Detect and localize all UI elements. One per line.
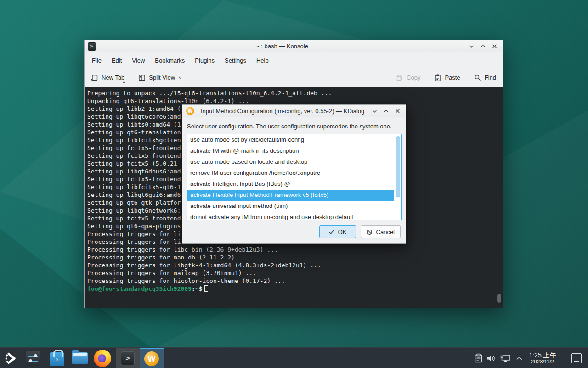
paste-icon [434, 74, 441, 81]
list-option[interactable]: use auto mode based on locale and deskto… [187, 156, 394, 167]
menu-item[interactable]: Settings [220, 55, 251, 66]
konsole-app-icon: > [88, 42, 96, 51]
shell-prompt: foo@foo-standardpcq35ich92009:~$ [87, 285, 503, 293]
split-view-button[interactable]: Split View [138, 74, 182, 81]
sliders-icon [26, 351, 40, 366]
list-option[interactable]: activate universal input method (uim) [187, 201, 394, 212]
show-desktop-button[interactable] [570, 348, 583, 368]
kdialog-task-button-active[interactable]: W [140, 348, 164, 368]
minimize-button[interactable] [468, 43, 475, 50]
konsole-task-button[interactable]: > [116, 348, 140, 368]
dialog-message: Select user configuration. The user conf… [187, 123, 392, 130]
discover-bag-icon: › [50, 352, 64, 366]
application-launcher-button[interactable] [3, 348, 19, 368]
cancel-button[interactable]: Cancel [361, 225, 401, 238]
menu-item[interactable]: View [127, 55, 150, 66]
chevron-up-icon [516, 356, 523, 361]
wired-network-icon [500, 353, 511, 363]
kdialog-app-icon: W [186, 107, 194, 115]
list-option[interactable]: activate Intelligent Input Bus (IBus) @ [187, 178, 394, 190]
paste-button[interactable]: Paste [434, 74, 460, 81]
firefox-icon [94, 350, 111, 367]
check-icon [328, 229, 334, 235]
file-manager-launcher[interactable] [71, 348, 89, 368]
ok-button[interactable]: OK [319, 225, 356, 238]
cancel-icon [367, 229, 373, 235]
new-tab-button[interactable]: New Tab [91, 74, 124, 81]
terminal-line: Processing triggers for hicolor-icon-the… [87, 277, 503, 285]
konsole-menubar: FileEditViewBookmarksPluginsSettingsHelp [85, 52, 503, 68]
digital-clock[interactable]: 1:25 上午 2023/11/2 [524, 348, 561, 368]
speaker-icon [486, 354, 496, 363]
kde-launcher-icon [4, 351, 18, 365]
clipboard-icon [474, 353, 483, 363]
menu-item[interactable]: Help [251, 55, 274, 66]
find-button[interactable]: Find [474, 74, 496, 81]
dialog-minimize-button[interactable] [371, 108, 378, 114]
close-button[interactable] [491, 43, 498, 50]
system-settings-launcher[interactable] [25, 348, 41, 368]
menu-item[interactable]: File [87, 55, 107, 66]
network-tray-button[interactable] [499, 348, 511, 368]
list-option[interactable]: activate IM with @-mark in its descripti… [187, 145, 394, 156]
find-icon [474, 74, 481, 81]
list-option[interactable]: remove IM user configuration /home/foo/.… [187, 167, 394, 178]
folder-icon [72, 352, 88, 364]
terminal-line: Processing triggers for libc-bin (2.36-9… [87, 246, 503, 253]
listbox-scrollbar[interactable] [396, 136, 400, 197]
maximize-button[interactable] [480, 43, 486, 50]
discover-launcher[interactable]: › [48, 348, 66, 368]
kdialog-window-title: Input Method Configuration (im-config, v… [201, 108, 364, 115]
dialog-close-button[interactable] [394, 108, 401, 114]
terminal-cursor [204, 285, 208, 292]
split-view-dropdown-icon [178, 75, 182, 80]
firefox-launcher[interactable] [92, 348, 113, 368]
show-desktop-icon [571, 353, 582, 363]
kdialog-titlebar[interactable]: W Input Method Configuration (im-config,… [182, 105, 406, 117]
volume-tray-button[interactable] [485, 348, 497, 368]
terminal-line: Preparing to unpack .../15-qt6-translati… [87, 89, 503, 97]
konsole-window-title: ~ : bash — Konsole [103, 43, 461, 50]
menu-item[interactable]: Bookmarks [150, 55, 190, 66]
menu-item[interactable]: Edit [107, 55, 127, 66]
terminal-line: Unpacking qt6-translations-l10n (6.4.2-1… [87, 97, 503, 105]
configuration-listbox: use auto mode set by /etc/default/im-con… [187, 134, 402, 220]
terminal-line: Processing triggers for mailcap (3.70+nm… [87, 269, 503, 277]
list-option[interactable]: do not activate any IM from im-config an… [187, 212, 394, 220]
kdialog-task-icon: W [144, 351, 159, 366]
dialog-maximize-button[interactable] [383, 108, 389, 114]
taskbar: › > W [0, 347, 588, 368]
konsole-toolbar: New Tab Split View Copy [85, 68, 503, 87]
split-view-icon [138, 74, 146, 81]
list-option[interactable]: use auto mode set by /etc/default/im-con… [187, 134, 394, 145]
copy-icon [396, 74, 403, 81]
prompt-path: ~ [195, 285, 199, 292]
kdialog-window: W Input Method Configuration (im-config,… [182, 104, 406, 244]
clock-date: 2023/11/2 [531, 359, 554, 365]
new-tab-dropdown-icon [122, 80, 126, 85]
terminal-line: Processing triggers for libgtk-4-1:amd64… [87, 261, 503, 269]
clipboard-tray-button[interactable] [472, 348, 484, 368]
list-option[interactable]: activate Flexible Input Method Framework… [187, 190, 394, 201]
new-tab-icon [91, 74, 98, 81]
menu-item[interactable]: Plugins [190, 55, 220, 66]
konsole-task-icon: > [121, 351, 135, 365]
terminal-scrollbar[interactable] [497, 294, 501, 303]
clock-time: 1:25 上午 [529, 351, 556, 359]
prompt-user-host: foo@foo-standardpcq35ich92009 [87, 285, 192, 292]
konsole-titlebar[interactable]: > ~ : bash — Konsole [85, 40, 503, 52]
copy-button[interactable]: Copy [396, 74, 420, 81]
terminal-line: Processing triggers for man-db (2.11.2-2… [87, 253, 503, 261]
